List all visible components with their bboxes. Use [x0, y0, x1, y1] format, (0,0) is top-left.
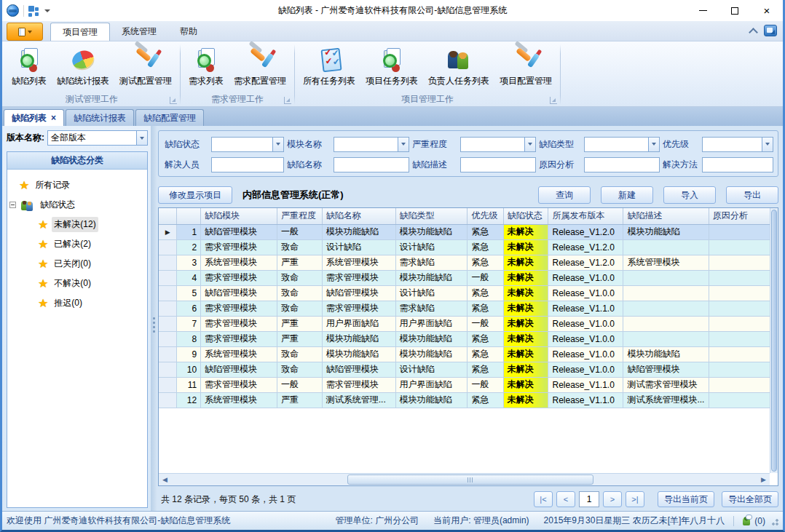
tree-item-defect-status[interactable]: 缺陷状态: [9, 195, 146, 215]
filter-text-resolver[interactable]: [211, 157, 284, 172]
hscroll-thumb[interactable]: [347, 475, 593, 485]
cell-severity[interactable]: 严重: [277, 331, 323, 346]
ribbon-button-project-config-mgmt[interactable]: 项目配置管理: [496, 44, 556, 89]
table-row[interactable]: 2需求管理模块致命设计缺陷设计缺陷紧急未解决Release_V1.2.0: [159, 239, 770, 255]
cell-cause[interactable]: [709, 224, 770, 239]
close-button[interactable]: ×: [751, 0, 783, 21]
cell-desc[interactable]: 测试需求管理模块: [623, 377, 709, 392]
row-number-cell[interactable]: 9: [177, 346, 201, 362]
tree-item-unresolved[interactable]: ★未解决(12): [9, 215, 146, 234]
cell-priority[interactable]: 紧急: [468, 224, 503, 239]
cell-priority[interactable]: 紧急: [468, 301, 503, 316]
scroll-left-icon[interactable]: ◀: [159, 474, 171, 485]
cell-cause[interactable]: [709, 239, 770, 255]
cell-desc[interactable]: 缺陷管理模块: [623, 362, 709, 377]
row-indicator-cell[interactable]: [159, 316, 177, 331]
cell-cause[interactable]: [709, 270, 770, 285]
first-page-button[interactable]: |<: [534, 491, 553, 507]
cell-module[interactable]: 需求管理模块: [201, 239, 277, 255]
cell-module[interactable]: 需求管理模块: [201, 301, 277, 316]
new-button[interactable]: 新建: [601, 186, 653, 204]
cell-priority[interactable]: 一般: [468, 270, 503, 285]
table-row[interactable]: 7需求管理模块严重用户界面缺陷用户界面缺陷一般未解决Release_V1.0.0: [159, 316, 770, 331]
row-number-cell[interactable]: 1: [177, 224, 201, 239]
cell-module[interactable]: 缺陷管理模块: [201, 362, 277, 377]
table-row[interactable]: 9系统管理模块致命模块功能缺陷模块功能缺陷紧急未解决Release_V1.0.0…: [159, 346, 770, 362]
cell-version[interactable]: Release_V1.2.0: [548, 239, 623, 255]
table-row[interactable]: 11需求管理模块一般需求管理模块用户界面缺陷一般未解决Release_V1.1.…: [159, 377, 770, 392]
vscroll-thumb[interactable]: [771, 210, 777, 472]
column-header-row-indicator[interactable]: [159, 208, 177, 224]
cell-version[interactable]: Release_V1.2.0: [548, 224, 623, 239]
cell-status[interactable]: 未解决: [503, 285, 548, 301]
cell-cause[interactable]: [709, 377, 770, 392]
dialog-launcher-icon[interactable]: [550, 97, 557, 104]
doc-tab-defect-stats-report[interactable]: 缺陷统计报表: [66, 109, 134, 126]
filter-dropdown-defect-type[interactable]: [584, 137, 660, 152]
export-current-page-button[interactable]: 导出当前页: [658, 491, 714, 507]
import-button[interactable]: 导入: [663, 186, 716, 204]
column-header-defect-status[interactable]: 缺陷状态: [503, 208, 548, 224]
cell-severity[interactable]: 致命: [277, 346, 323, 362]
cell-priority[interactable]: 紧急: [468, 392, 503, 408]
cell-status[interactable]: 未解决: [503, 255, 548, 270]
cell-type[interactable]: 用户界面缺陷: [395, 316, 468, 331]
filter-text-solution[interactable]: [702, 157, 773, 172]
resize-grip-icon[interactable]: [770, 517, 778, 525]
cell-severity[interactable]: 致命: [277, 270, 323, 285]
ribbon-button-defect-stats-report[interactable]: 缺陷统计报表: [53, 44, 113, 89]
cell-module[interactable]: 缺陷管理模块: [201, 224, 277, 239]
cell-module[interactable]: 系统管理模块: [201, 346, 277, 362]
table-row[interactable]: 12系统管理模块严重测试系统管理...模块功能缺陷紧急未解决Release_V1…: [159, 392, 770, 408]
row-indicator-cell[interactable]: [159, 270, 177, 285]
cell-status[interactable]: 未解决: [503, 377, 548, 392]
cell-name[interactable]: 需求管理模块: [322, 301, 395, 316]
row-number-cell[interactable]: 5: [177, 285, 201, 301]
prev-page-button[interactable]: <: [556, 491, 575, 507]
cell-status[interactable]: 未解决: [503, 270, 548, 285]
cell-priority[interactable]: 紧急: [468, 239, 503, 255]
cell-desc[interactable]: [623, 285, 709, 301]
cell-severity[interactable]: 严重: [277, 255, 323, 270]
dropdown-arrow-icon[interactable]: [136, 131, 147, 145]
row-number-cell[interactable]: 12: [177, 392, 201, 408]
cell-module[interactable]: 系统管理模块: [201, 255, 277, 270]
row-indicator-cell[interactable]: [159, 239, 177, 255]
row-indicator-cell[interactable]: [159, 331, 177, 346]
cell-type[interactable]: 模块功能缺陷: [395, 224, 468, 239]
cell-status[interactable]: 未解决: [503, 346, 548, 362]
cell-status[interactable]: 未解决: [503, 239, 548, 255]
cell-module[interactable]: 需求管理模块: [201, 377, 277, 392]
messenger-icon[interactable]: [741, 516, 752, 526]
cell-status[interactable]: 未解决: [503, 331, 548, 346]
cell-severity[interactable]: 一般: [277, 224, 323, 239]
filter-dropdown-defect-status[interactable]: [211, 137, 284, 152]
close-tab-icon[interactable]: ×: [51, 110, 56, 126]
ribbon-button-all-task-list[interactable]: 所有任务列表: [299, 44, 359, 89]
cell-version[interactable]: Release_V1.1.0: [548, 377, 623, 392]
dropdown-arrow-icon[interactable]: [398, 138, 409, 151]
ribbon-tab-system-mgmt[interactable]: 系统管理: [110, 23, 168, 41]
dialog-launcher-icon[interactable]: [170, 97, 177, 104]
cell-version[interactable]: Release_V1.1.0: [548, 301, 623, 316]
cell-type[interactable]: 需求缺陷: [395, 301, 468, 316]
app-menu-button[interactable]: [7, 23, 43, 41]
cell-desc[interactable]: 系统管理模块: [623, 255, 709, 270]
cell-version[interactable]: Release_V1.0.0: [548, 270, 623, 285]
cell-cause[interactable]: [709, 331, 770, 346]
cell-severity[interactable]: 严重: [277, 316, 323, 331]
filter-dropdown-priority[interactable]: [702, 137, 773, 152]
cell-module[interactable]: 需求管理模块: [201, 270, 277, 285]
cell-version[interactable]: Release_V1.0.0: [548, 316, 623, 331]
cell-version[interactable]: Release_V1.2.0: [548, 255, 623, 270]
column-header-cause-analysis[interactable]: 原因分析: [709, 208, 770, 224]
dropdown-arrow-icon[interactable]: [762, 138, 773, 151]
tree-item-postponed[interactable]: ★推迟(0): [9, 293, 146, 313]
column-header-defect-type[interactable]: 缺陷类型: [395, 208, 468, 224]
collapse-ribbon-icon[interactable]: [748, 25, 758, 36]
tree-item-resolved[interactable]: ★已解决(2): [9, 234, 146, 254]
cell-priority[interactable]: 紧急: [468, 362, 503, 377]
cell-type[interactable]: 模块功能缺陷: [395, 270, 468, 285]
cell-priority[interactable]: 一般: [468, 316, 503, 331]
cell-priority[interactable]: 紧急: [468, 346, 503, 362]
